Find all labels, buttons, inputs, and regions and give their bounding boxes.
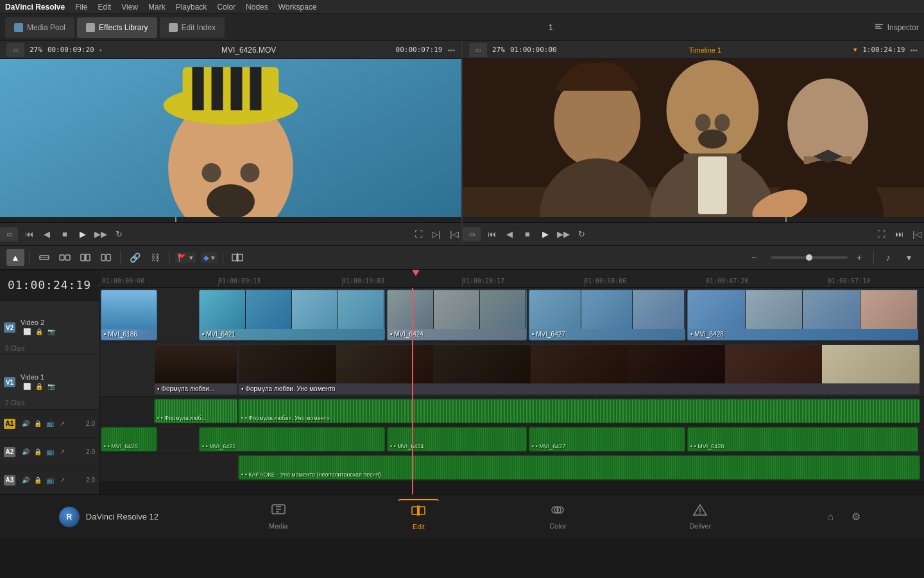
clip-v1-1[interactable]: Формула любви. Уно моменто	[238, 344, 920, 395]
marker-button[interactable]: ◆ ▾	[201, 252, 218, 263]
viewer-right-skip-back[interactable]: ⏮	[484, 227, 499, 241]
zoom-in[interactable]: +	[850, 249, 868, 266]
trim-tool-2[interactable]	[56, 249, 74, 266]
zoom-out[interactable]: −	[745, 249, 763, 266]
viewer-left-skip-back[interactable]: ⏮	[22, 227, 36, 241]
track-v2-film-icon[interactable]: ⬜	[22, 326, 32, 337]
trim-tool-1[interactable]	[35, 249, 53, 266]
unlink-tool[interactable]: ⛓	[146, 249, 164, 266]
clip-a2-4[interactable]: • MVI_6428	[687, 427, 918, 451]
razor-tool[interactable]	[97, 249, 115, 266]
track-a1-link-icon[interactable]: ↗	[57, 419, 67, 429]
clip-v2-2[interactable]: MVI_6424	[387, 290, 527, 340]
snap-toggle[interactable]	[228, 249, 246, 266]
zoom-slider[interactable]	[771, 256, 848, 259]
inspector-button[interactable]: Inspector	[875, 23, 919, 32]
tab-effects-library[interactable]: Effects Library	[77, 17, 157, 38]
nav-item-deliver[interactable]: Deliver	[676, 500, 724, 534]
nav-item-edit[interactable]: Edit	[398, 499, 439, 534]
track-a1-speaker-icon[interactable]: 🔊	[21, 419, 31, 429]
viewer-right-frame[interactable]	[463, 59, 924, 217]
menu-file[interactable]: File	[75, 3, 87, 12]
clip-a1-1[interactable]: • Формула любви. Уно моменто	[238, 399, 920, 423]
menu-edit[interactable]: Edit	[98, 3, 112, 12]
viewer-left-frame[interactable]	[0, 59, 461, 217]
track-a3-link-icon[interactable]: ↗	[57, 475, 67, 486]
clip-a3-0[interactable]: • КАРAОКЕ - Уно моменто (неополитанская …	[238, 455, 920, 480]
tab-edit-index[interactable]: Edit Index	[160, 17, 225, 38]
track-a2-lock-icon[interactable]: 🔒	[33, 447, 43, 457]
track-v1-camera-icon[interactable]: 📷	[46, 381, 56, 391]
viewer-left-prev-frame[interactable]: ◀	[40, 227, 54, 241]
viewer-right-stop[interactable]: ■	[520, 227, 535, 241]
clip-a2-3[interactable]: • MVI_6427	[529, 427, 685, 451]
viewer-right-fullscreen[interactable]: ⛶	[874, 227, 888, 241]
viewer-left-dots[interactable]: •••	[447, 46, 455, 54]
menu-color[interactable]: Color	[217, 3, 235, 12]
viewer-left-zoom[interactable]: 27%	[30, 46, 42, 54]
music-chevron[interactable]: ▾	[900, 249, 918, 266]
track-a2-speaker-icon[interactable]: 🔊	[21, 447, 31, 457]
viewer-right-prev-frame[interactable]: ◀	[502, 227, 517, 241]
menu-nodes[interactable]: Nodes	[246, 3, 268, 12]
track-a2-link-icon[interactable]: ↗	[57, 447, 67, 457]
track-v2-lock-icon[interactable]: 🔒	[34, 326, 44, 337]
clip-v1-0[interactable]: Формула любви...	[154, 344, 237, 395]
flag-button[interactable]: 🚩 ▾	[175, 252, 196, 263]
menu-mark[interactable]: Mark	[148, 3, 166, 12]
clip-a2-1[interactable]: • MVI_6421	[199, 427, 385, 451]
viewer-left-stop[interactable]: ■	[58, 227, 72, 241]
viewer-right-scrubber[interactable]	[463, 217, 924, 222]
home-button[interactable]: ⌂	[821, 508, 839, 526]
viewer-right-view-btn[interactable]: ▭	[463, 227, 481, 241]
clip-v2-4[interactable]: MVI_6428	[687, 290, 918, 340]
clip-v2-3[interactable]: MVI_6427	[529, 290, 685, 340]
viewer-right-loop[interactable]: ↻	[574, 227, 588, 241]
menu-workspace[interactable]: Workspace	[278, 3, 317, 12]
viewer-right-mark-out[interactable]: |◁	[910, 227, 924, 241]
nav-item-color[interactable]: Color	[536, 500, 579, 534]
clip-v2-1[interactable]: MVI_6421	[199, 290, 385, 340]
music-button[interactable]: ♪	[879, 249, 897, 266]
track-v1-lock-icon[interactable]: 🔒	[34, 381, 44, 391]
link-tool[interactable]: 🔗	[126, 249, 144, 266]
track-a1-lock-icon[interactable]: 🔒	[33, 419, 43, 429]
viewer-left-fullscreen[interactable]: ⛶	[411, 227, 425, 241]
viewer-right-skip-to-end[interactable]: ⏭	[892, 227, 906, 241]
nav-item-media[interactable]: Media	[256, 500, 301, 534]
track-a2-monitor-icon[interactable]: 📺	[45, 447, 55, 457]
viewer-right-zoom[interactable]: 27%	[492, 46, 505, 54]
clip-a1-0[interactable]: • Формула люб...	[154, 399, 237, 423]
viewer-left-mark-out[interactable]: |◁	[447, 227, 461, 241]
viewer-right-play[interactable]: ▶	[538, 227, 552, 241]
snap-tool[interactable]	[76, 249, 94, 266]
track-v2-camera-icon[interactable]: 📷	[46, 326, 56, 337]
viewer-left-scrubber[interactable]	[0, 217, 461, 222]
viewer-left-view-btn[interactable]: ▭	[0, 227, 18, 241]
viewer-right-next-frame[interactable]: ▶▶	[556, 227, 570, 241]
track-a1-monitor-icon[interactable]: 📺	[45, 419, 55, 429]
viewer-right-mode[interactable]: ▭	[469, 43, 487, 57]
track-a3-speaker-icon[interactable]: 🔊	[21, 475, 31, 486]
timeline-ruler[interactable]: 01:00:00:00 01:00:09:13 01:00:19:03 01:0…	[99, 270, 924, 288]
clip-a2-2[interactable]: • MVI_6424	[387, 427, 527, 451]
viewer-left-mode[interactable]: ▭	[6, 43, 24, 57]
clip-a2-0[interactable]: • MVI_6426	[101, 427, 157, 451]
viewer-right-timebar: ▭ 27% 01:00:00:00 Timeline 1 ▾ 1:00:24:1…	[463, 41, 924, 59]
viewer-left-mark-in[interactable]: ▷|	[429, 227, 443, 241]
menu-view[interactable]: View	[121, 3, 138, 12]
viewer-left-loop[interactable]: ↻	[112, 227, 126, 241]
menu-brand[interactable]: DaVinci Resolve	[5, 3, 65, 12]
track-a3-lock-icon[interactable]: 🔒	[33, 475, 43, 486]
clip-v2-0[interactable]: MVI_6186	[101, 290, 157, 340]
viewer-right-chevron[interactable]: ▾	[853, 46, 857, 54]
tab-media-pool[interactable]: Media Pool	[5, 17, 74, 38]
track-a3-monitor-icon[interactable]: 📺	[45, 475, 55, 486]
menu-playback[interactable]: Playback	[176, 3, 207, 12]
viewer-right-dots[interactable]: •••	[910, 46, 918, 54]
viewer-left-play[interactable]: ▶	[76, 227, 90, 241]
track-v1-film-icon[interactable]: ⬜	[22, 381, 32, 391]
settings-button[interactable]: ⚙	[847, 508, 865, 526]
select-tool[interactable]: ▲	[6, 249, 24, 266]
viewer-left-next-frame[interactable]: ▶▶	[94, 227, 108, 241]
